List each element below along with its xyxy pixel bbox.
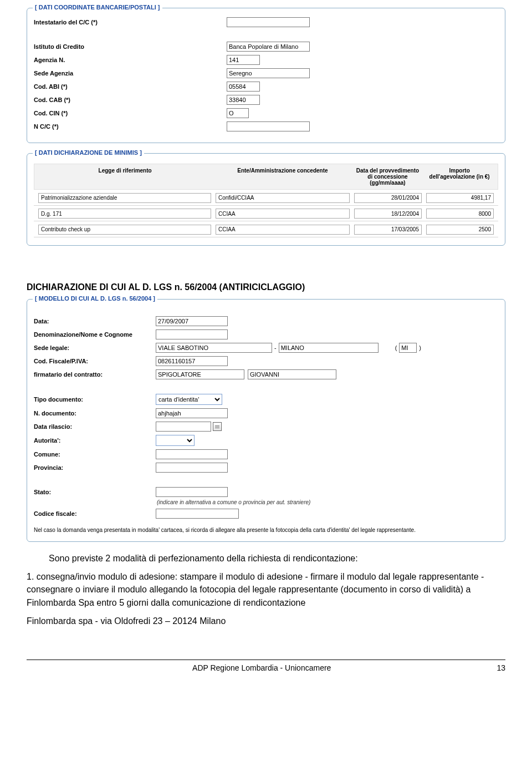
calendar-icon[interactable] <box>213 422 222 431</box>
input-cod-cab[interactable] <box>227 95 260 105</box>
label-data: Data: <box>34 318 156 324</box>
input-sede-agenzia[interactable] <box>227 68 310 78</box>
input-cf-piva[interactable] <box>156 356 228 366</box>
legend-modello: [ MODELLO DI CUI AL D. LGS n. 56/2004 ] <box>33 295 157 302</box>
label-sede-agenzia: Sede Agenzia <box>34 70 227 77</box>
label-intestatario: Intestatario del C/C (*) <box>34 19 227 26</box>
th-ente: Ente/Amministrazione concedente <box>213 168 351 186</box>
deminimis-table: Legge di riferimento Ente/Amministrazion… <box>34 164 498 237</box>
fieldset-modello: [ MODELLO DI CUI AL D. LGS n. 56/2004 ] … <box>27 299 505 542</box>
cell-data[interactable] <box>354 209 422 219</box>
legend-deminimis: [ DATI DICHIARAZIONE DE MINIMIS ] <box>33 149 144 156</box>
row-codice-fiscale: Codice fiscale: <box>34 509 498 519</box>
text-address: Finlombarda spa - via Oldofredi 23 – 201… <box>27 615 505 627</box>
label-istituto: Istituto di Credito <box>34 43 227 50</box>
footer-left: ADP Regione Lombardia - Unioncamere <box>27 663 497 672</box>
hint-stato: (indicare in alternativa a comune o prov… <box>157 499 310 505</box>
input-intestatario[interactable] <box>227 17 310 27</box>
input-stato[interactable] <box>156 487 228 497</box>
row-provincia: Provincia: <box>34 463 498 473</box>
label-data-rilascio: Data rilascio: <box>34 423 156 430</box>
table-row <box>34 221 498 237</box>
input-firmatario-cognome[interactable] <box>156 369 244 379</box>
th-legge: Legge di riferimento <box>37 168 213 186</box>
row-firmatario: firmatario del contratto: <box>34 369 498 379</box>
input-sede-citta[interactable] <box>279 343 378 353</box>
heading-antiriciclaggio: DICHIARAZIONE DI CUI AL D. LGS n. 56/200… <box>27 282 505 292</box>
input-sede-via[interactable] <box>156 343 272 353</box>
select-autorita[interactable] <box>156 435 195 446</box>
row-sede-legale: Sede legale: - ( ) <box>34 343 498 353</box>
row-autorita: Autorita': <box>34 435 498 446</box>
row-cf-piva: Cod. Fiscale/P.IVA: <box>34 356 498 366</box>
row-ncc: N C/C (*) <box>34 121 498 131</box>
cell-legge[interactable] <box>38 193 211 203</box>
fieldset-bank: [ DATI COORDINATE BANCARIE/POSTALI ] Int… <box>27 8 505 143</box>
text-point-1: 1. consegna/invio modulo di adesione: st… <box>27 570 505 609</box>
page-footer: ADP Regione Lombardia - Unioncamere 13 <box>27 660 505 683</box>
note-cartacea: Nel caso la domanda venga presentata in … <box>34 526 498 534</box>
input-sede-prov[interactable] <box>399 343 417 353</box>
fieldset-deminimis: [ DATI DICHIARAZIONE DE MINIMIS ] Legge … <box>27 153 505 246</box>
input-n-doc[interactable] <box>156 408 228 418</box>
label-stato: Stato: <box>34 489 156 495</box>
input-firmatario-nome[interactable] <box>248 369 336 379</box>
input-data[interactable] <box>156 316 228 326</box>
label-agenzia-n: Agenzia N. <box>34 57 227 63</box>
label-cod-cin: Cod. CIN (*) <box>34 110 227 116</box>
table-row <box>34 190 498 206</box>
label-cod-cab: Cod. CAB (*) <box>34 97 227 103</box>
label-sede-legale: Sede legale: <box>34 344 156 351</box>
cell-importo[interactable] <box>426 225 494 235</box>
cell-data[interactable] <box>354 225 422 235</box>
row-tipo-doc: Tipo documento: carta d'identita' <box>34 394 498 405</box>
table-header: Legge di riferimento Ente/Amministrazion… <box>34 164 498 190</box>
input-provincia[interactable] <box>156 463 228 473</box>
label-denominazione: Denominazione/Nome e Cognome <box>34 331 156 338</box>
input-comune[interactable] <box>156 449 228 459</box>
row-data-rilascio: Data rilascio: <box>34 422 498 432</box>
input-codice-fiscale[interactable] <box>156 509 239 519</box>
cell-ente[interactable] <box>216 209 350 219</box>
cell-legge[interactable] <box>38 225 211 235</box>
input-cod-cin[interactable] <box>227 108 249 118</box>
input-ncc[interactable] <box>227 121 310 131</box>
th-data: Data del provvedimento di concessione (g… <box>352 168 424 186</box>
text-intro: Sono previste 2 modalità di perfezioname… <box>49 552 505 565</box>
label-codice-fiscale: Codice fiscale: <box>34 510 156 517</box>
label-tipo-doc: Tipo documento: <box>34 396 156 403</box>
cell-data[interactable] <box>354 193 422 203</box>
row-n-doc: N. documento: <box>34 408 498 418</box>
cell-importo[interactable] <box>426 193 494 203</box>
input-denominazione[interactable] <box>156 329 228 339</box>
label-comune: Comune: <box>34 451 156 458</box>
row-istituto: Istituto di Credito <box>34 42 498 52</box>
input-cod-abi[interactable] <box>227 82 260 92</box>
row-cod-cab: Cod. CAB (*) <box>34 95 498 105</box>
input-agenzia-n[interactable] <box>227 55 260 65</box>
label-cod-abi: Cod. ABI (*) <box>34 83 227 90</box>
row-cod-cin: Cod. CIN (*) <box>34 108 498 118</box>
th-importo: Importo dell'agevolazione (in €) <box>423 168 495 186</box>
table-row <box>34 206 498 222</box>
cell-legge[interactable] <box>38 209 211 219</box>
row-comune: Comune: <box>34 449 498 459</box>
cell-importo[interactable] <box>426 209 494 219</box>
cell-ente[interactable] <box>216 225 350 235</box>
label-n-doc: N. documento: <box>34 410 156 417</box>
row-stato-hint: (indicare in alternativa a comune o prov… <box>34 499 498 505</box>
row-sede-agenzia: Sede Agenzia <box>34 68 498 78</box>
label-cf-piva: Cod. Fiscale/P.IVA: <box>34 358 156 364</box>
input-data-rilascio[interactable] <box>156 422 211 432</box>
row-data: Data: <box>34 316 498 326</box>
row-intestatario: Intestatario del C/C (*) <box>34 17 498 27</box>
legend-bank: [ DATI COORDINATE BANCARIE/POSTALI ] <box>33 4 162 11</box>
select-tipo-doc[interactable]: carta d'identita' <box>156 394 222 405</box>
row-cod-abi: Cod. ABI (*) <box>34 82 498 92</box>
label-firmatario: firmatario del contratto: <box>34 371 156 378</box>
label-ncc: N C/C (*) <box>34 123 227 130</box>
cell-ente[interactable] <box>216 193 350 203</box>
footer-page-number: 13 <box>497 663 505 672</box>
label-autorita: Autorita': <box>34 437 156 444</box>
input-istituto[interactable] <box>227 42 310 52</box>
